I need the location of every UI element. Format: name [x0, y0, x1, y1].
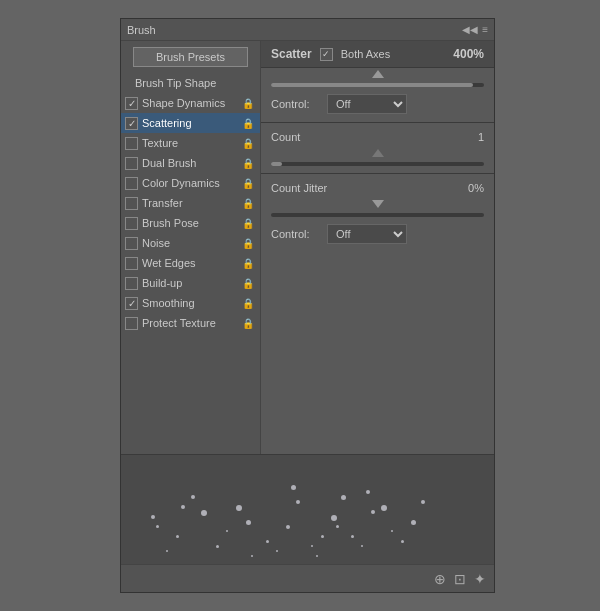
count-triangle-up-icon: [372, 149, 384, 157]
checkbox-build-up[interactable]: [125, 277, 138, 290]
panel-title-bar: Brush ◀◀ ≡: [121, 19, 494, 41]
control1-label: Control:: [271, 98, 321, 110]
checkbox-color-dynamics[interactable]: [125, 177, 138, 190]
sidebar-item-color-dynamics[interactable]: Color Dynamics 🔒: [121, 173, 260, 193]
lock-icon-brush-pose: 🔒: [242, 218, 254, 229]
lock-icon-scattering: 🔒: [242, 118, 254, 129]
section-divider-2: [261, 173, 494, 174]
sidebar-label-color-dynamics: Color Dynamics: [142, 177, 240, 189]
section-divider-1: [261, 122, 494, 123]
lock-icon-dual-brush: 🔒: [242, 158, 254, 169]
checkbox-protect-texture[interactable]: [125, 317, 138, 330]
sidebar-label-shape-dynamics: Shape Dynamics: [142, 97, 240, 109]
checkbox-shape-dynamics[interactable]: ✓: [125, 97, 138, 110]
checkbox-texture[interactable]: [125, 137, 138, 150]
both-axes-checkbox[interactable]: ✓: [320, 48, 333, 61]
scatter-slider-track[interactable]: [271, 83, 484, 87]
sidebar-label-dual-brush: Dual Brush: [142, 157, 240, 169]
panel-icons: ◀◀ ≡: [462, 24, 488, 35]
control2-label: Control:: [271, 228, 321, 240]
both-axes-label: Both Axes: [341, 48, 391, 60]
count-value: 1: [454, 131, 484, 143]
triangle-up-icon: [372, 70, 384, 78]
scatter-slider-row[interactable]: [261, 80, 494, 90]
sidebar-item-smoothing[interactable]: ✓ Smoothing 🔒: [121, 293, 260, 313]
checkbox-noise[interactable]: [125, 237, 138, 250]
sidebar-item-protect-texture[interactable]: Protect Texture 🔒: [121, 313, 260, 333]
delete-brush-icon[interactable]: ⊡: [454, 571, 466, 587]
count-slider-row[interactable]: [261, 159, 494, 169]
count-label: Count: [271, 131, 448, 143]
sidebar-item-noise[interactable]: Noise 🔒: [121, 233, 260, 253]
create-new-brush-icon[interactable]: ⊕: [434, 571, 446, 587]
control1-select[interactable]: Off Fade Pen Pressure Pen Tilt: [327, 94, 407, 114]
panel-title: Brush: [127, 24, 156, 36]
count-row: Count 1: [261, 127, 494, 147]
sidebar-label-transfer: Transfer: [142, 197, 240, 209]
count-slider-fill: [271, 162, 282, 166]
checkbox-wet-edges[interactable]: [125, 257, 138, 270]
count-jitter-label: Count Jitter: [271, 182, 448, 194]
sidebar-label-smoothing: Smoothing: [142, 297, 240, 309]
sidebar-label-wet-edges: Wet Edges: [142, 257, 240, 269]
lock-icon-color-dynamics: 🔒: [242, 178, 254, 189]
sidebar-label-noise: Noise: [142, 237, 240, 249]
content-area: Scatter ✓ Both Axes 400% Contr: [261, 41, 494, 454]
control2-select[interactable]: Off Fade Pen Pressure Pen Tilt: [327, 224, 407, 244]
count-slider-indicator: [261, 147, 494, 159]
sidebar-item-shape-dynamics[interactable]: ✓ Shape Dynamics 🔒: [121, 93, 260, 113]
lock-icon-protect-texture: 🔒: [242, 318, 254, 329]
count-jitter-row: Count Jitter 0%: [261, 178, 494, 198]
brush-settings-icon[interactable]: ✦: [474, 571, 486, 587]
lock-icon-build-up: 🔒: [242, 278, 254, 289]
brush-tip-shape-label[interactable]: Brush Tip Shape: [121, 75, 260, 91]
lock-icon-shape-dynamics: 🔒: [242, 98, 254, 109]
panel-body: Brush Presets Brush Tip Shape ✓ Shape Dy…: [121, 41, 494, 592]
panel-menu-icon[interactable]: ≡: [482, 24, 488, 35]
sidebar-label-build-up: Build-up: [142, 277, 240, 289]
panel-top: Brush Presets Brush Tip Shape ✓ Shape Dy…: [121, 41, 494, 454]
sidebar-item-texture[interactable]: Texture 🔒: [121, 133, 260, 153]
count-jitter-indicator: [261, 198, 494, 210]
sidebar-item-brush-pose[interactable]: Brush Pose 🔒: [121, 213, 260, 233]
count-jitter-triangle-icon: [372, 200, 384, 208]
checkbox-smoothing[interactable]: ✓: [125, 297, 138, 310]
brush-panel: Brush ◀◀ ≡ Brush Presets Brush Tip Shape…: [120, 18, 495, 593]
control1-row: Control: Off Fade Pen Pressure Pen Tilt: [261, 90, 494, 118]
lock-icon-transfer: 🔒: [242, 198, 254, 209]
checkbox-brush-pose[interactable]: [125, 217, 138, 230]
sidebar-item-scattering[interactable]: ✓ Scattering 🔒: [121, 113, 260, 133]
count-jitter-slider-row[interactable]: [261, 210, 494, 220]
lock-icon-noise: 🔒: [242, 238, 254, 249]
count-jitter-value: 0%: [454, 182, 484, 194]
sidebar-item-build-up[interactable]: Build-up 🔒: [121, 273, 260, 293]
checkbox-dual-brush[interactable]: [125, 157, 138, 170]
lock-icon-wet-edges: 🔒: [242, 258, 254, 269]
sidebar-item-dual-brush[interactable]: Dual Brush 🔒: [121, 153, 260, 173]
checkbox-transfer[interactable]: [125, 197, 138, 210]
sidebar: Brush Presets Brush Tip Shape ✓ Shape Dy…: [121, 41, 261, 454]
sidebar-label-brush-pose: Brush Pose: [142, 217, 240, 229]
bottom-toolbar: ⊕ ⊡ ✦: [121, 564, 494, 592]
scatter-label: Scatter: [271, 47, 312, 61]
scatter-header: Scatter ✓ Both Axes 400%: [261, 41, 494, 68]
sidebar-label-scattering: Scattering: [142, 117, 240, 129]
lock-icon-texture: 🔒: [242, 138, 254, 149]
sidebar-label-protect-texture: Protect Texture: [142, 317, 240, 329]
control2-row: Control: Off Fade Pen Pressure Pen Tilt: [261, 220, 494, 248]
scatter-value: 400%: [453, 47, 484, 61]
sidebar-item-wet-edges[interactable]: Wet Edges 🔒: [121, 253, 260, 273]
brush-preview-area: [121, 454, 494, 564]
brush-presets-button[interactable]: Brush Presets: [133, 47, 248, 67]
checkbox-scattering[interactable]: ✓: [125, 117, 138, 130]
sidebar-item-transfer[interactable]: Transfer 🔒: [121, 193, 260, 213]
count-jitter-slider-track[interactable]: [271, 213, 484, 217]
scatter-slider-fill: [271, 83, 473, 87]
count-slider-track[interactable]: [271, 162, 484, 166]
sidebar-label-texture: Texture: [142, 137, 240, 149]
scatter-slider-indicator: [261, 68, 494, 80]
lock-icon-smoothing: 🔒: [242, 298, 254, 309]
panel-collapse-icon[interactable]: ◀◀: [462, 24, 478, 35]
